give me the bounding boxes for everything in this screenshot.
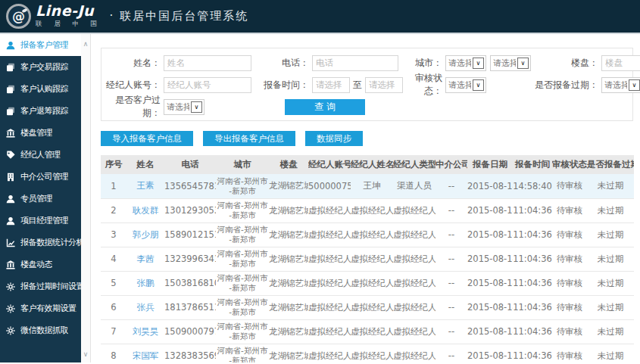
table-cell: 河南省-郑州市 -新郑市 [216, 222, 269, 247]
table-cell: 未过期 [587, 174, 634, 198]
table-row: 5张鹏15038168105河南省-郑州市 -新郑市龙湖锦艺城虚拟经纪人虚拟经纪… [101, 271, 634, 295]
column-header: 是否报备过期 [587, 155, 634, 174]
table-row: 3郭少朋15890121510河南省-郑州市 -新郑市龙湖锦艺城虚拟经纪人虚拟经… [101, 222, 634, 247]
table-cell: -- [436, 319, 467, 344]
sidebar-item[interactable]: 楼盘管理 [0, 122, 81, 144]
table-cell: 河南省-郑州市 -新郑市 [216, 247, 269, 271]
sidebar-item[interactable]: 专员管理 [0, 188, 81, 210]
table-row: 1王素13565457812河南省-郑州市 -新郑市龙湖锦艺城50000075王… [101, 174, 634, 198]
table-cell: 王坤 [351, 174, 393, 198]
content-area: 姓名： 电话： 城市： 请选择 ∨ 请选择 [91, 34, 640, 362]
table-cell: 13239963414 [164, 247, 216, 271]
sidebar-item[interactable]: 客户有效期设置 [0, 297, 81, 319]
sidebar-item[interactable]: 报备数据统计分析 [0, 232, 81, 254]
table-cell: 虚拟经纪人 [351, 344, 393, 362]
user-icon [6, 40, 16, 50]
table-cell: 虚拟经纪人 [351, 319, 393, 344]
data-sync-button[interactable]: 数据同步 [305, 131, 363, 146]
sidebar-item[interactable]: 报备过期时间设置 [0, 275, 81, 297]
building-input[interactable] [601, 55, 640, 71]
city-province-select[interactable]: 请选择 ∨ [445, 55, 486, 71]
city-city-select[interactable]: 请选择 ∨ [490, 55, 531, 71]
column-header: 经纪人类型 [393, 155, 436, 174]
sidebar-item[interactable]: 中介公司管理 [0, 166, 81, 188]
table-cell: 11:04:36 [513, 198, 552, 222]
filter-report-time: 报备时间： 至 [254, 76, 400, 93]
table-cell: 虚拟经纪人 [393, 198, 436, 222]
table-cell: -- [436, 198, 467, 222]
audit-status-select[interactable]: 请选择 ∨ [445, 77, 486, 93]
gear-icon [6, 282, 16, 291]
import-customers-button[interactable]: 导入报备客户信息 [101, 131, 193, 146]
sidebar-item-label: 微信数据抓取 [20, 325, 68, 336]
sidebar-item-label: 报备过期时间设置 [20, 281, 81, 292]
sidebar-item[interactable]: 楼盘动态 [0, 254, 81, 275]
table-cell: 虚拟经纪人 [308, 344, 351, 362]
table-cell: -- [436, 222, 467, 247]
table-cell: 5 [101, 271, 126, 295]
sidebar-item[interactable]: 微信数据抓取 [0, 319, 81, 341]
table-cell: 未过期 [587, 222, 634, 247]
sidebar-item[interactable]: 项目经理管理 [0, 210, 81, 232]
to-label: 至 [353, 79, 362, 92]
sidebar-item[interactable]: 报备客户管理 [0, 34, 81, 56]
table-cell: 待审核 [552, 271, 587, 295]
table-cell: 虚拟经纪人 [393, 247, 436, 271]
report-expired-select[interactable]: 请选择 ∨ [601, 77, 640, 93]
table-cell: 河南省-郑州市 -新郑市 [216, 198, 269, 222]
scroll-down-icon[interactable]: ∨ [81, 350, 90, 358]
table-cell: 虚拟经纪人 [393, 271, 436, 295]
customer-expired-select[interactable]: 请选择 ∨ [164, 99, 204, 115]
table-cell: 2015-08-14 [467, 174, 513, 198]
export-customers-button[interactable]: 导出报备客户信息 [203, 131, 295, 146]
table-cell: 4 [101, 247, 126, 271]
table-cell: 龙湖锦艺城 [269, 222, 308, 247]
sidebar-item[interactable]: 经纪人管理 [0, 144, 81, 166]
sidebar-item[interactable]: 客户认购跟踪 [0, 78, 81, 100]
scroll-up-icon[interactable]: ∧ [81, 40, 90, 48]
audit-status-value: 请选择 [446, 79, 471, 91]
table-cell: 虚拟经纪人 [351, 222, 393, 247]
app-logo[interactable]: @ Line-Ju 联 居 中 国 [6, 4, 102, 29]
table-cell: 虚拟经纪人 [308, 319, 351, 344]
report-time-to-input[interactable] [365, 77, 403, 93]
customer-name-link[interactable]: 张兵 [137, 302, 155, 313]
agent-account-input[interactable] [164, 77, 251, 93]
table-cell: 2015-08-14 [467, 222, 513, 247]
table-cell: 15038168105 [164, 271, 216, 295]
customer-name-link[interactable]: 李茜 [137, 254, 155, 264]
name-label: 姓名： [103, 57, 164, 70]
report-time-from-input[interactable] [312, 77, 350, 93]
table-row: 2耿发群13012930531河南省-郑州市 -新郑市龙湖锦艺城虚拟经纪人虚拟经… [101, 198, 634, 222]
gear-icon [6, 303, 16, 313]
table-cell: 14:58:40 [513, 174, 552, 198]
sidebar-item[interactable]: 客户交易跟踪 [0, 56, 81, 78]
table-cell: 河南省-郑州市 -新郑市 [216, 174, 269, 198]
table-cell: 虚拟经纪人 [308, 295, 351, 319]
phone-input[interactable] [312, 55, 398, 71]
table-cell: 河南省-郑州市 -新郑市 [216, 344, 269, 362]
query-button[interactable]: 查 询 [285, 99, 365, 115]
table-cell: 虚拟经纪人 [351, 271, 393, 295]
sidebar-item-label: 客户认购跟踪 [20, 83, 68, 95]
column-header: 经纪人账号 [308, 155, 351, 174]
customer-name-link[interactable]: 耿发群 [133, 205, 159, 216]
name-input[interactable] [164, 55, 251, 71]
table-cell: 龙湖锦艺城 [269, 174, 308, 198]
table-cell: 待审核 [552, 247, 587, 271]
customer-name-link[interactable]: 张鹏 [137, 278, 155, 288]
table-cell: -- [436, 271, 467, 295]
sidebar-item[interactable]: 客户退筹跟踪 [0, 100, 81, 122]
filter-building: 楼盘： [533, 54, 640, 71]
customer-name-link[interactable]: 王素 [137, 180, 155, 191]
customer-name-link[interactable]: 宋国军 [133, 350, 159, 361]
customer-name-link[interactable]: 刘昊昊 [133, 326, 159, 337]
table-cell: 待审核 [552, 344, 587, 362]
bank-icon [6, 128, 16, 138]
customer-name-cell: 郭少朋 [126, 222, 164, 247]
table-row: 7刘昊昊15090007970河南省-郑州市 -新郑市龙湖锦艺城虚拟经纪人虚拟经… [101, 319, 634, 344]
chevron-down-icon: ∨ [517, 58, 529, 69]
customer-name-link[interactable]: 郭少朋 [133, 229, 159, 240]
column-header: 报备日期 [467, 155, 513, 174]
filter-name: 姓名： [103, 54, 254, 71]
